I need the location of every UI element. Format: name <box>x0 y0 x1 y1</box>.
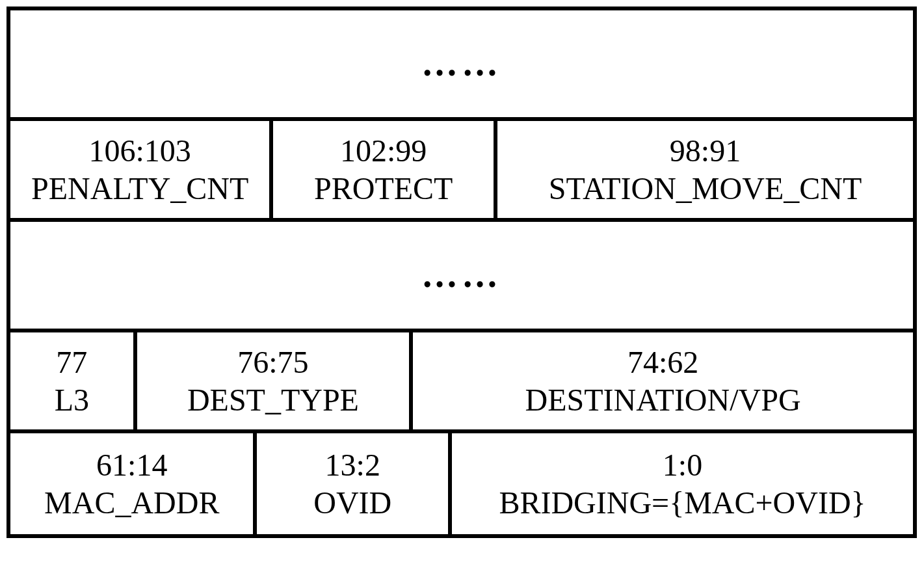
field-bridging: 1:0 BRIDGING={MAC+OVID} <box>452 433 913 534</box>
field-protect: 102:99 PROTECT <box>273 121 497 218</box>
ellipsis-cell: …… <box>10 10 913 117</box>
table-row: 106:103 PENALTY_CNT 102:99 PROTECT 98:91… <box>10 121 913 222</box>
field-bits: 98:91 <box>670 132 741 170</box>
field-name: STATION_MOVE_CNT <box>549 170 862 208</box>
field-name: BRIDGING={MAC+OVID} <box>499 484 865 522</box>
table-row: 61:14 MAC_ADDR 13:2 OVID 1:0 BRIDGING={M… <box>10 433 913 534</box>
ellipsis-text: …… <box>421 253 502 297</box>
field-name: OVID <box>313 484 391 522</box>
field-bits: 102:99 <box>340 132 427 170</box>
field-name: DEST_TYPE <box>187 381 359 419</box>
register-layout-table: …… 106:103 PENALTY_CNT 102:99 PROTECT 98… <box>7 7 917 538</box>
table-row-ellipsis-top: …… <box>10 10 913 121</box>
field-bits: 61:14 <box>96 446 167 484</box>
field-bits: 1:0 <box>663 446 702 484</box>
field-destination-vpg: 74:62 DESTINATION/VPG <box>413 332 913 429</box>
field-name: PROTECT <box>314 170 453 208</box>
field-bits: 106:103 <box>89 132 191 170</box>
field-dest-type: 76:75 DEST_TYPE <box>137 332 413 429</box>
field-station-move-cnt: 98:91 STATION_MOVE_CNT <box>497 121 913 218</box>
table-row-ellipsis-mid: …… <box>10 222 913 332</box>
field-name: L3 <box>55 381 89 419</box>
field-bits: 76:75 <box>237 344 308 381</box>
field-name: MAC_ADDR <box>44 484 219 522</box>
field-bits: 74:62 <box>627 344 698 381</box>
field-penalty-cnt: 106:103 PENALTY_CNT <box>10 121 273 218</box>
table-row: 77 L3 76:75 DEST_TYPE 74:62 DESTINATION/… <box>10 332 913 433</box>
field-name: DESTINATION/VPG <box>525 381 801 419</box>
field-l3: 77 L3 <box>10 332 137 429</box>
field-bits: 77 <box>56 344 87 381</box>
ellipsis-cell: …… <box>10 222 913 329</box>
field-ovid: 13:2 OVID <box>257 433 452 534</box>
field-name: PENALTY_CNT <box>31 170 248 208</box>
ellipsis-text: …… <box>421 42 502 85</box>
field-bits: 13:2 <box>325 446 380 484</box>
field-mac-addr: 61:14 MAC_ADDR <box>10 433 257 534</box>
